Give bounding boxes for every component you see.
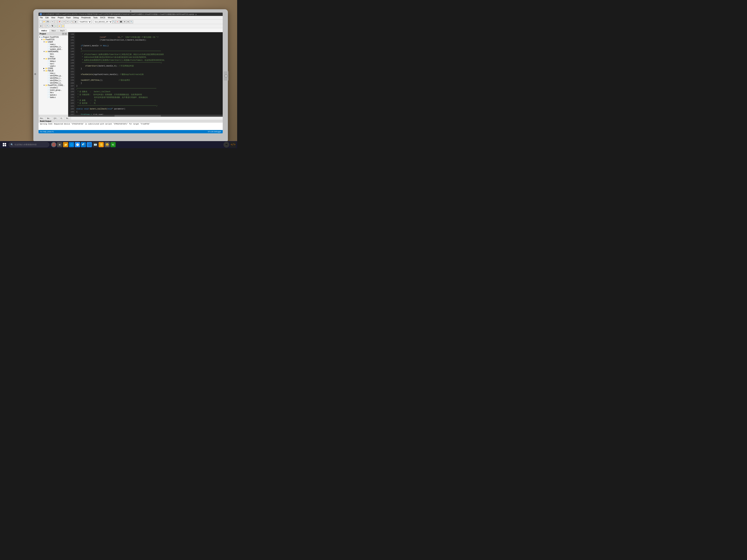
build-output-content[interactable]: Warning #440: Requested device 'STH32F40… [38, 123, 223, 130]
tree-item-list-c[interactable]: 📄 list.c [38, 91, 68, 94]
tree-item-stm32-u[interactable]: 📄 stm32f4xx_u... [38, 82, 68, 84]
tb-undo[interactable]: ↩ [62, 20, 66, 24]
build-output-section: Build Output Warning #440: Requested dev… [38, 120, 223, 130]
tree-item-system-stm[interactable]: 📄 system_stm2... [38, 48, 68, 50]
menu-peripherals[interactable]: Peripherals [81, 17, 91, 19]
tree-item-delay-c[interactable]: 📄 delay.c [38, 60, 68, 62]
code-hscrollbar[interactable] [68, 115, 223, 117]
taskbar-icon-browser1[interactable]: 🌐 [69, 142, 74, 147]
tree-item-usart-c[interactable]: 📄 usart.c [38, 65, 68, 67]
tree-item-core-folder[interactable]: ▶ 📁 CORE [38, 67, 68, 70]
taskbar-icon-vim[interactable]: Vi [110, 142, 115, 147]
bottom-tab-il[interactable]: Il... [59, 117, 65, 120]
sidebar-btn-2[interactable]: × [65, 33, 67, 35]
taskbar-icon-cortana[interactable]: ⭕ [51, 142, 56, 147]
tb2-1[interactable]: ⊞ [39, 24, 43, 28]
taskbar-icon-email[interactable]: 📧 [93, 142, 98, 147]
tb2-3[interactable]: 🔧 [46, 24, 49, 28]
menu-edit[interactable]: Edit [45, 17, 49, 19]
tb-more2[interactable]: 🔧 [130, 20, 133, 24]
code-scroll-area[interactable]: 139140141142143 144145146147148 14915015… [68, 32, 223, 115]
bottom-tab-bo[interactable]: Bo... [46, 117, 52, 120]
tree-item-user-folder[interactable]: ▼ 📁 USER [38, 41, 68, 43]
tb-copy[interactable]: 📋 [54, 20, 58, 24]
tb-open[interactable]: 📂 [43, 20, 46, 24]
toolbar-2: ⊞ 📋 🔧 🏗 ● ▶ ⭐ [38, 24, 223, 28]
tree-item-freertos-folder[interactable]: ▼ 📁 FreeRTOS [38, 38, 68, 41]
taskbar-icon-face[interactable]: 😀 [104, 142, 110, 147]
tb2-b1[interactable]: ● [54, 24, 58, 28]
tb-new[interactable]: 📄 [39, 20, 43, 24]
tree-item-stm32-g[interactable]: 📄 stm32f4xx_g... [38, 75, 68, 77]
tree-item-key-c[interactable]: 📄 key.c [38, 55, 68, 58]
tb2-b3[interactable]: ⭐ [61, 24, 65, 28]
menu-view[interactable]: View [51, 17, 56, 19]
tree-item-misc-c[interactable]: 📄 misc.c [38, 72, 68, 75]
tree-item-sys-c[interactable]: 📄 sys.c [38, 62, 68, 65]
screen: D:\1.自学提高学习资料\4.FreeRTOS\ALIENTEK STM32F… [38, 12, 223, 133]
taskbar-icon-note[interactable]: 📒 [99, 142, 104, 147]
sidebar-header: Project + × [38, 32, 68, 35]
tree-item-stm32-s[interactable]: 📄 stm32f4xx_s... [38, 79, 68, 82]
bottom-tab-te[interactable]: Te... [65, 117, 71, 120]
tb-stop[interactable]: ⬛ [119, 20, 123, 24]
sidebar-hscroll[interactable] [38, 115, 68, 117]
bottom-tab-func[interactable]: () F... [52, 117, 59, 120]
code-content[interactable]: (void* )2,/* 为每个计时器分配一个索引的唯一ID */ (Timer… [75, 32, 223, 115]
toolbar-api-dropdown[interactable]: GUI_DEVICE_API [93, 20, 112, 24]
home-button[interactable] [224, 71, 228, 81]
tb-layout[interactable]: ⊞ [126, 20, 130, 24]
tab-key-c[interactable]: key.c [50, 29, 58, 32]
taskbar-icons: ⭕ ⊞ 📁 🌐 🕐 🌊 🔵 📧 📒 😀 Vi [51, 142, 115, 147]
tree-item-system-folder[interactable]: ▼ 📁 SYSTEM [38, 58, 68, 60]
menu-window[interactable]: Window [107, 17, 115, 19]
keyboard-icon[interactable]: ⌨ [224, 142, 229, 148]
tree-item-hardware-folder[interactable]: ▼ 📁 HARDWARE [38, 50, 68, 53]
tree-item-led-c[interactable]: 📄 led.c [38, 53, 68, 55]
tb-paste[interactable]: 📌 [58, 20, 61, 24]
menu-help[interactable]: Help [117, 17, 122, 19]
tree-item-main-c[interactable]: 📄 main.c [38, 43, 68, 46]
tb-run[interactable]: ● [116, 20, 119, 24]
tab-main-c[interactable]: main.c [39, 29, 49, 32]
tree-item-stm32-r[interactable]: 📄 stm32f4xx_r... [38, 77, 68, 79]
tree-item-tasks-c[interactable]: 📄 tasks.c [38, 96, 68, 99]
taskbar-icon-clock[interactable]: 🕐 [75, 142, 80, 147]
menu-project[interactable]: Project [57, 17, 64, 19]
tb2-b2[interactable]: ▶ [58, 24, 61, 28]
taskbar-icon-task[interactable]: ⊞ [57, 142, 62, 147]
taskbar-icon-ie[interactable]: 🔵 [87, 142, 92, 147]
tb-redo[interactable]: ↪ [66, 20, 69, 24]
code-brackets-icon[interactable]: </> [230, 142, 236, 148]
tree-item-project[interactable]: ▼ 🗂 Project: FreeRTOS [38, 36, 68, 38]
menu-flash[interactable]: Flash [66, 17, 71, 19]
menu-debug[interactable]: Debug [73, 17, 79, 19]
taskbar-search[interactable]: 🔍 在这里输入你要搜索的内容 [8, 142, 49, 147]
tree-item-croutine-c[interactable]: 📄 croutine.c [38, 86, 68, 89]
tb2-2[interactable]: 📋 [43, 24, 46, 28]
taskbar-icon-file[interactable]: 📁 [63, 142, 68, 147]
tb2-project-icon[interactable]: 🏗 [51, 24, 54, 28]
bottom-tab-pro[interactable]: Pro... [38, 117, 46, 120]
tab-key-h[interactable]: key.h [58, 29, 67, 32]
tree-item-freertos-core-folder[interactable]: ▼ 📁 FreeRTOS_CORE... [38, 84, 68, 86]
tb-build[interactable]: 🔨 [71, 20, 74, 24]
sidebar-btn-1[interactable]: + [62, 33, 64, 35]
tb-cut[interactable]: ✂ [51, 20, 54, 24]
tree-item-fwlib-folder[interactable]: ▼ 📁 FWLIB [38, 70, 68, 72]
tb-search-icon[interactable]: 🔍 [112, 20, 115, 24]
menu-svcs[interactable]: SVCS [100, 17, 106, 19]
start-button[interactable] [1, 141, 8, 148]
tb-debug[interactable]: ▶ [74, 20, 77, 24]
search-icon: 🔍 [10, 143, 14, 146]
tree-item-stm32-it[interactable]: 📄 stm32f4xx_it... [38, 46, 68, 48]
menu-file[interactable]: File [39, 17, 43, 19]
line-numbers: 139140141142143 144145146147148 14915015… [68, 32, 75, 115]
tree-item-event-group[interactable]: 📄 event_group... [38, 89, 68, 91]
toolbar-project-dropdown[interactable]: FreeRTOS [78, 20, 91, 24]
tree-item-queue-c[interactable]: 📄 queue.c [38, 94, 68, 96]
tb-more1[interactable]: ⚙ [123, 20, 126, 24]
tb-save[interactable]: 💾 [46, 20, 49, 24]
taskbar-icon-edge[interactable]: 🌊 [81, 142, 86, 147]
menu-tools[interactable]: Tools [93, 17, 98, 19]
